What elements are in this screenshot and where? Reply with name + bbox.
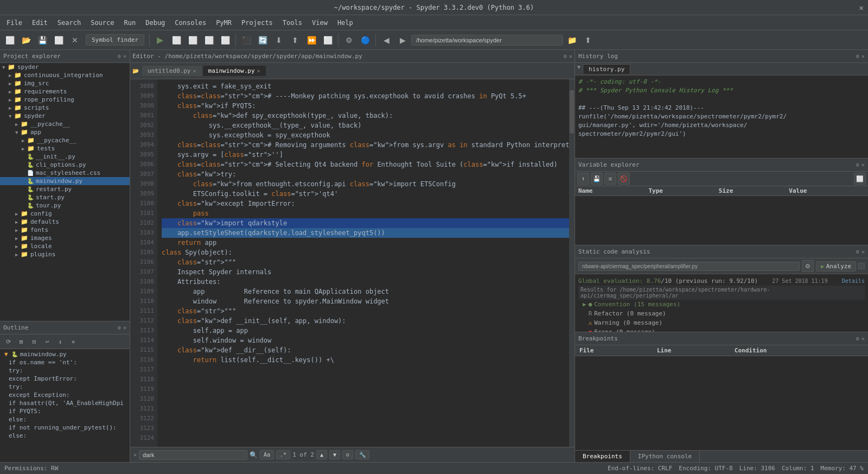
- menu-pymr[interactable]: PyMR: [212, 18, 236, 28]
- list-item[interactable]: ▶ 📁 __pycache__: [0, 120, 130, 128]
- save-all-btn[interactable]: ⬜: [51, 33, 66, 48]
- run-btn[interactable]: ▶: [152, 33, 168, 48]
- tab-history-py[interactable]: history.py: [583, 64, 630, 74]
- var-import-btn[interactable]: ⬆: [577, 173, 589, 185]
- outline-sync-btn[interactable]: ⟳: [2, 336, 14, 347]
- editor-close[interactable]: ✕: [569, 53, 572, 59]
- bp-tab-ipython[interactable]: IPython console: [630, 451, 700, 462]
- result-error[interactable]: ▶ ● Error (0 message): [578, 327, 865, 332]
- menu-run[interactable]: Run: [120, 18, 141, 28]
- list-item[interactable]: else:: [2, 432, 127, 440]
- outline-close[interactable]: ✕: [123, 325, 126, 331]
- run-to-btn[interactable]: ⬜: [201, 33, 216, 48]
- var-filter-btn[interactable]: ≡: [604, 173, 616, 185]
- menu-source[interactable]: Source: [86, 18, 118, 28]
- editor-scrollbar-thumb[interactable]: [570, 90, 574, 134]
- menu-consoles[interactable]: Consoles: [170, 18, 210, 28]
- list-item[interactable]: ▶ 📁 plugins: [0, 250, 130, 258]
- analysis-settings-btn[interactable]: ⚙: [802, 260, 814, 272]
- list-item[interactable]: ▶ 📁 img_src: [0, 79, 130, 87]
- result-convention[interactable]: ▶ ● Convention (15 messages): [578, 300, 865, 309]
- static-analysis-gear[interactable]: ⚙: [856, 249, 859, 255]
- history-log-gear[interactable]: ⚙: [856, 53, 859, 59]
- result-warning[interactable]: ▶ ⚠ Warning (0 message): [578, 318, 865, 327]
- history-options[interactable]: ▼: [577, 64, 580, 74]
- close-button[interactable]: ✕: [859, 3, 864, 12]
- details-link[interactable]: Details: [842, 278, 865, 284]
- find-case-btn[interactable]: Aa: [260, 450, 274, 459]
- result-refactor[interactable]: ▶ R Refactor (0 message): [578, 309, 865, 318]
- close-btn[interactable]: ✕: [67, 33, 82, 48]
- list-item[interactable]: ▶ 📁 locale: [0, 242, 130, 250]
- debug-continue-btn[interactable]: ⏩: [304, 33, 319, 48]
- list-item[interactable]: ▶ 🐍 cli_options.py: [0, 161, 130, 169]
- editor-scrollbar[interactable]: [569, 79, 575, 447]
- menu-edit[interactable]: Edit: [28, 18, 52, 28]
- var-exp-gear[interactable]: ⚙: [856, 162, 859, 168]
- list-item[interactable]: ▶ 🐍 start.py: [0, 193, 130, 201]
- find-options-btn[interactable]: ⚙: [342, 450, 353, 459]
- debug-next-btn[interactable]: 🔄: [255, 33, 270, 48]
- menu-projects[interactable]: Projects: [237, 18, 277, 28]
- outline-collapse-btn[interactable]: ⊟: [28, 336, 40, 347]
- outline-expand-btn[interactable]: ⊞: [15, 336, 27, 347]
- symbol-finder-button[interactable]: Symbol finder: [86, 34, 144, 46]
- project-explorer-gear[interactable]: ⚙: [118, 53, 121, 59]
- project-explorer-close[interactable]: ✕: [123, 53, 126, 59]
- list-item[interactable]: try:: [2, 366, 127, 375]
- list-item[interactable]: ▼ 🐍 mainwindow.py: [2, 350, 127, 358]
- list-item[interactable]: if PYQT5:: [2, 407, 127, 415]
- code-area[interactable]: sys.exit = fake_sys_exit class=class="st…: [157, 79, 575, 447]
- find-regex-btn[interactable]: .*: [276, 450, 290, 459]
- list-item[interactable]: ▼ 📁 app: [0, 128, 130, 136]
- var-exp-close[interactable]: ✕: [861, 162, 865, 168]
- list-item[interactable]: ▶ 🐍 tour.py: [0, 201, 130, 210]
- save-btn[interactable]: 💾: [35, 33, 50, 48]
- list-item[interactable]: ▼ 📁 spyder: [0, 112, 130, 120]
- tree-item-root[interactable]: ▼ 📁 spyder: [0, 63, 130, 71]
- open-file-btn[interactable]: 📂: [18, 33, 34, 48]
- refresh-btn[interactable]: ⬆: [580, 33, 596, 48]
- static-analysis-close[interactable]: ✕: [861, 249, 865, 255]
- breakpoints-gear[interactable]: ⚙: [856, 336, 859, 342]
- list-item[interactable]: ▶ 📁 rope_profiling: [0, 96, 130, 104]
- debug-btn[interactable]: ⬜: [218, 33, 233, 48]
- menu-tools[interactable]: Tools: [278, 18, 307, 28]
- preferences-btn[interactable]: ⚙: [341, 33, 356, 48]
- menu-help[interactable]: Help: [333, 18, 358, 28]
- outline-follow-btn[interactable]: ↩: [41, 336, 53, 347]
- breakpoints-close[interactable]: ✕: [861, 336, 865, 342]
- list-item[interactable]: try:: [2, 383, 127, 391]
- analyze-checkbox[interactable]: [858, 263, 865, 269]
- list-item[interactable]: ▶ 📁 config: [0, 210, 130, 218]
- editor-options[interactable]: ⚙: [564, 53, 567, 59]
- list-item[interactable]: if os.name == 'nt':: [2, 358, 127, 366]
- outline-sort-btn[interactable]: ↕: [54, 336, 66, 347]
- debug-out-btn[interactable]: ⬆: [288, 33, 303, 48]
- list-item[interactable]: ▶ 🐍 restart.py: [0, 185, 130, 193]
- nav-forward-btn[interactable]: ▶: [395, 33, 410, 48]
- find-replace-btn[interactable]: 🔧: [355, 450, 369, 459]
- list-item[interactable]: if not running_under_pytest():: [2, 424, 127, 432]
- list-item[interactable]: ▶ 📁 continuous_integration: [0, 71, 130, 79]
- menu-view[interactable]: View: [308, 18, 332, 28]
- nav-back-btn[interactable]: ◀: [379, 33, 394, 48]
- editor-browse-btn[interactable]: 📂: [132, 68, 139, 74]
- tab-mainwindow-close[interactable]: ✕: [257, 68, 260, 74]
- var-save-btn[interactable]: 💾: [591, 173, 603, 185]
- find-next-btn[interactable]: ▼: [329, 450, 340, 459]
- browse-btn[interactable]: 📁: [564, 33, 579, 48]
- path-input[interactable]: [411, 35, 563, 46]
- var-expand-btn[interactable]: ⬜: [854, 173, 866, 185]
- list-item[interactable]: ▶ 📁 scripts: [0, 104, 130, 112]
- find-input[interactable]: [139, 450, 247, 460]
- list-item[interactable]: ▶ 📄 mac_stylesheet.css: [0, 169, 130, 177]
- find-close-btn[interactable]: ✕: [133, 452, 137, 458]
- new-file-btn[interactable]: ⬜: [2, 33, 17, 48]
- menu-search[interactable]: Search: [53, 18, 85, 28]
- list-item[interactable]: ▶ 📁 __pycache__: [0, 136, 130, 144]
- list-item[interactable]: ▶ 📁 defaults: [0, 218, 130, 226]
- tab-untitled[interactable]: untitled0.py ✕: [142, 66, 202, 76]
- analysis-path-input[interactable]: [578, 262, 800, 271]
- list-item[interactable]: except Exception:: [2, 391, 127, 399]
